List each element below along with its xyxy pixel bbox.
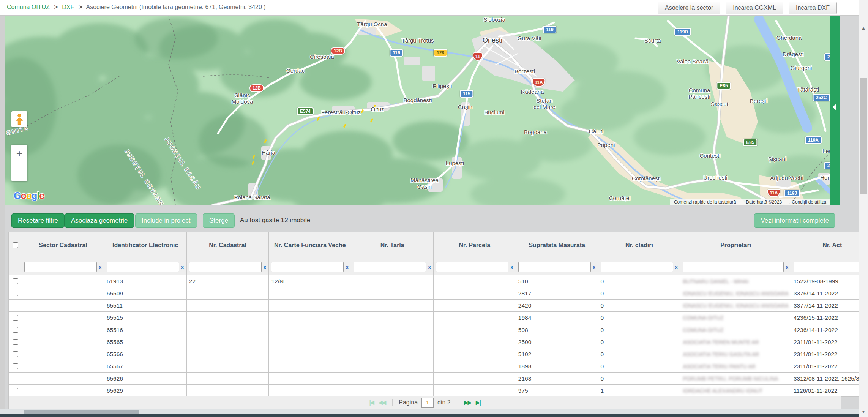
table-row[interactable]: 6562621630PORUMB PETRU, PORUMB NICULINA3… (9, 373, 868, 385)
row-checkbox[interactable] (13, 339, 18, 345)
cell-prop: ASOCIATIA TERIU PANTU AR (680, 360, 791, 373)
column-header-parcela[interactable]: Nr. Parcela (433, 232, 516, 259)
pegman-control[interactable] (11, 111, 27, 127)
toolbar-button-asociaza-geometrie[interactable]: Asociaza geometrie (65, 213, 134, 228)
last-page-button[interactable]: ▶| (476, 399, 480, 406)
column-header-cad[interactable]: Nr. Cadastral (186, 232, 269, 259)
clear-filter-prop[interactable]: x (786, 263, 789, 271)
cell-parcela (433, 287, 516, 300)
breadcrumb-link-dxf[interactable]: DXF (62, 4, 74, 10)
table-row[interactable]: 6551519840COMUNA OITUZ4236/15-11-2022198… (9, 312, 868, 324)
cell-sector (22, 312, 104, 324)
row-checkbox[interactable] (13, 303, 18, 308)
map-label: Hon (820, 174, 830, 181)
clear-filter-cladiri[interactable]: x (675, 263, 678, 271)
filter-input-cf[interactable] (271, 262, 344, 272)
cell-cf: 12/N (269, 275, 351, 287)
table-row[interactable]: 619132212/N5100BUTNARU DANIEL - MIHAI152… (9, 275, 868, 287)
cell-prop: IONASCU EUGENIU, IONASCU ANISOARA (680, 300, 791, 312)
row-checkbox[interactable] (13, 376, 18, 381)
filter-cell-select (9, 259, 22, 275)
filter-input-parcela[interactable] (436, 262, 508, 272)
map-collapse-bar[interactable] (830, 16, 840, 205)
breadcrumb-link-comuna[interactable]: Comuna OITUZ (7, 4, 50, 10)
next-page-button[interactable]: ▶▶ (464, 399, 471, 406)
row-checkbox[interactable] (13, 351, 18, 357)
select-all-checkbox[interactable] (13, 242, 18, 248)
clear-filter-sector[interactable]: x (99, 263, 102, 271)
row-checkbox[interactable] (13, 363, 18, 369)
row-checkbox[interactable] (13, 327, 18, 333)
zoom-in-button[interactable]: + (11, 145, 27, 163)
zoom-out-button[interactable]: − (11, 163, 27, 182)
table-row[interactable]: 6556525000ASOCIATIA TEREN MUNTE AR2311/0… (9, 336, 868, 348)
filter-input-cad[interactable] (189, 262, 262, 272)
google-logo[interactable]: Google (14, 190, 44, 201)
filter-input-tarla[interactable] (354, 262, 426, 272)
column-header-tarla[interactable]: Nr. Tarla (351, 232, 434, 259)
column-header-sector[interactable]: Sector Cadastral (22, 232, 104, 259)
scroll-down-icon[interactable]: ▼ (859, 408, 868, 415)
cell-cad (186, 360, 269, 373)
topbar-button-asociere-la-sector[interactable]: Asociere la sector (658, 2, 720, 14)
column-header-act[interactable]: Nr. Act (791, 232, 868, 259)
keyboard-shortcuts-link[interactable]: Comenzi rapide de la tastatură (674, 199, 736, 205)
proprietari-redacted: ASOCIATIA TEREN MUNTE AR (683, 339, 759, 345)
clear-filter-ie[interactable]: x (181, 263, 184, 271)
table-row[interactable]: 6550928170IONASCU EUGENIU, IONASCU ANISO… (9, 287, 868, 300)
column-header-supm[interactable]: Suprafata Masurata (516, 232, 598, 259)
cell-ie: 65566 (104, 348, 186, 360)
filter-input-prop[interactable] (683, 262, 784, 272)
filter-input-cladiri[interactable] (601, 262, 673, 272)
column-header-cladiri[interactable]: Nr. cladiri (598, 232, 680, 259)
clear-filter-tarla[interactable]: x (428, 263, 431, 271)
vscroll-thumb[interactable] (860, 78, 867, 194)
cell-tarla (351, 312, 434, 324)
pegman-icon (14, 114, 24, 125)
clear-filter-cf[interactable]: x (346, 263, 349, 271)
clear-filter-supm[interactable]: x (593, 263, 596, 271)
table-row[interactable]: 6556651020ASOCIATIA TERIU GASUTA AR2311/… (9, 348, 868, 360)
filter-input-supm[interactable] (518, 262, 591, 272)
clear-filter-parcela[interactable]: x (510, 263, 513, 271)
full-info-button[interactable]: Vezi informatii complete (754, 213, 835, 228)
page-number-input[interactable] (421, 398, 434, 408)
clear-filter-cad[interactable]: x (264, 263, 267, 271)
filter-input-sector[interactable] (24, 262, 97, 272)
topbar-button-incarca-cgxml[interactable]: Incarca CGXML (726, 2, 783, 14)
cell-parcela (433, 385, 516, 397)
table-row[interactable]: 6556718980ASOCIATIA TERIU PANTU AR2311/0… (9, 360, 868, 373)
hscroll-thumb[interactable] (24, 410, 139, 414)
vertical-scrollbar[interactable]: ▲ ▼ (859, 0, 868, 417)
filter-input-act[interactable] (794, 262, 866, 272)
cell-act: 4236/14-11-2022 (791, 324, 868, 336)
row-checkbox[interactable] (13, 315, 18, 321)
column-header-cf[interactable]: Nr. Carte Funciara Veche (269, 232, 351, 259)
column-header-ie[interactable]: Identificator Electronic (104, 232, 186, 259)
row-checkbox[interactable] (13, 278, 18, 284)
nr-act-overflow: 3312/08-11-2022, 1625/31-05-2022, 1990/2… (794, 375, 868, 382)
prev-page-button[interactable]: ◀◀ (378, 399, 385, 406)
filter-input-ie[interactable] (107, 262, 179, 272)
table-row[interactable]: 656299751IORDACHE ALEXANDRU IONUT1126/01… (9, 385, 868, 397)
toolbar-button-include-in-proiect[interactable]: Include in proiect (135, 213, 197, 228)
row-checkbox[interactable] (13, 388, 18, 393)
horizontal-scrollbar[interactable] (0, 409, 859, 414)
row-checkbox[interactable] (13, 291, 18, 296)
cell-cf (269, 300, 351, 312)
table-row[interactable]: 6551124200IONASCU EUGENIU, IONASCU ANISO… (9, 300, 868, 312)
column-header-prop[interactable]: Proprietari (680, 232, 791, 259)
toolbar-button-resetare-filtre[interactable]: Resetare filtre (11, 213, 65, 228)
google-map[interactable]: Târgu OcnaTârgu TrotușSloboziaOneștiGura… (5, 16, 830, 205)
scroll-up-icon[interactable]: ▲ (859, 24, 868, 32)
first-page-button[interactable]: |◀ (369, 399, 374, 406)
pager-page-label: Pagina (399, 399, 418, 406)
topbar-button-incarca-dxf[interactable]: Incarca DXF (789, 2, 837, 14)
terms-link[interactable]: Condiții de utiliza (792, 199, 826, 205)
toolbar-button-sterge[interactable]: Sterge (203, 213, 235, 228)
cell-supm: 975 (516, 385, 598, 397)
cell-sector (22, 275, 104, 287)
table-row[interactable]: 655165980COMUNA OITUZ4236/14-11-2022598D… (9, 324, 868, 336)
map-attribution: Comenzi rapide de la tastatură Date hart… (670, 199, 830, 205)
pager-of-label: din 2 (437, 399, 451, 406)
